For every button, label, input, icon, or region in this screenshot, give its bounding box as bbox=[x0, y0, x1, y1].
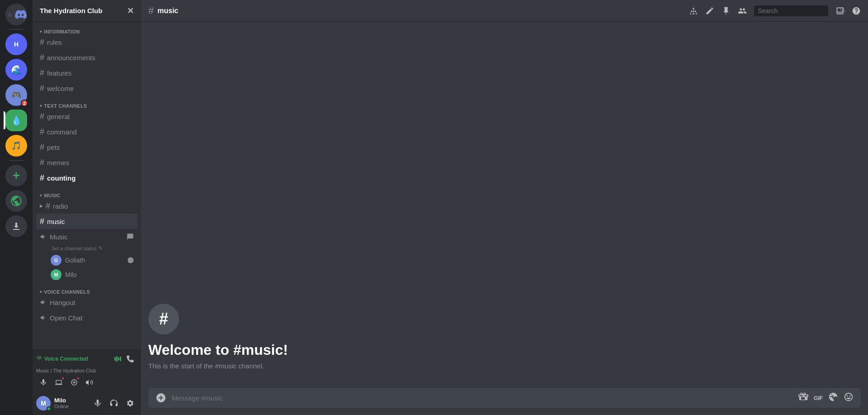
chat-area: # Welcome to #music! This is the start o… bbox=[141, 22, 868, 415]
message-attach-button[interactable] bbox=[156, 392, 166, 403]
message-input-area: GIF bbox=[141, 388, 868, 415]
voice-mute-button[interactable] bbox=[36, 375, 51, 390]
message-text-input[interactable] bbox=[172, 394, 793, 402]
channel-name-memes: memes bbox=[47, 159, 134, 167]
channel-hangout[interactable]: Hangout bbox=[36, 295, 137, 310]
category-information: ▾ INFORMATION # rules # announcements # … bbox=[36, 29, 137, 96]
music-channel-status[interactable]: Set a channel status ✎ bbox=[36, 244, 137, 253]
category-music-label[interactable]: ▾ MUSIC bbox=[36, 193, 137, 198]
activities-notif-dot bbox=[77, 377, 80, 380]
channel-features[interactable]: # features bbox=[36, 65, 137, 81]
category-arrow-text: ▾ bbox=[40, 104, 42, 108]
hash-icon-welcome: # bbox=[40, 84, 44, 93]
sticker-icon[interactable] bbox=[828, 392, 838, 404]
channel-music[interactable]: # music bbox=[36, 214, 137, 229]
server-list: ⌂ H 🌊 🎮 2 💧 🎵 + bbox=[0, 0, 33, 415]
voice-activities-button[interactable] bbox=[67, 375, 81, 390]
category-music: ▾ MUSIC ▶ # radio # music Music bbox=[36, 193, 137, 282]
category-voice-label[interactable]: ▾ VOICE CHANNELS bbox=[36, 289, 137, 295]
user-controls bbox=[90, 396, 137, 410]
mic-toggle-button[interactable] bbox=[90, 396, 105, 410]
server-icon-1[interactable]: H bbox=[5, 33, 27, 55]
voice-user-goliath[interactable]: G Goliath bbox=[36, 253, 137, 267]
server-icon-5[interactable]: 🎵 bbox=[5, 135, 27, 157]
hash-icon-features: # bbox=[40, 68, 44, 78]
server-divider bbox=[9, 29, 24, 30]
channel-open-chat[interactable]: Open Chat bbox=[36, 310, 137, 325]
milo-avatar: M bbox=[51, 269, 61, 280]
hash-icon-announcements: # bbox=[40, 53, 44, 62]
search-input[interactable] bbox=[758, 7, 837, 14]
channel-name-counting: counting bbox=[47, 174, 134, 182]
hash-icon-counting: # bbox=[40, 173, 44, 183]
channel-radio[interactable]: ▶ # radio bbox=[36, 198, 137, 214]
category-text-label[interactable]: ▾ TEXT CHANNELS bbox=[36, 103, 137, 109]
user-settings-button[interactable] bbox=[123, 396, 137, 410]
pin-icon[interactable] bbox=[722, 6, 731, 15]
gif-icon[interactable]: GIF bbox=[814, 395, 823, 401]
hash-icon-pets: # bbox=[40, 143, 44, 152]
chat-messages: # Welcome to #music! This is the start o… bbox=[141, 22, 868, 388]
channel-pets[interactable]: # pets bbox=[36, 139, 137, 155]
voice-connected-bar: Voice Connected Music / The Hydration C bbox=[33, 349, 141, 391]
pencil-icon[interactable] bbox=[705, 6, 714, 15]
channel-intro: # Welcome to #music! This is the start o… bbox=[148, 296, 861, 381]
user-info: Milo Online bbox=[54, 397, 87, 410]
boost-icon[interactable] bbox=[689, 6, 698, 15]
online-status-dot bbox=[47, 406, 51, 411]
server-icon-2[interactable]: 🌊 bbox=[5, 59, 27, 81]
server-icon-3[interactable]: 🎮 2 bbox=[5, 84, 27, 106]
svg-text:⌂: ⌂ bbox=[8, 11, 12, 18]
voice-screen-share-button[interactable] bbox=[52, 375, 66, 390]
voice-user-milo[interactable]: M Milo bbox=[36, 267, 137, 282]
channel-intro-desc: This is the start of the #music channel. bbox=[148, 362, 861, 370]
screen-share-notif-dot bbox=[61, 377, 64, 380]
category-arrow-music: ▾ bbox=[40, 193, 42, 198]
voice-disconnect-button[interactable] bbox=[123, 352, 137, 366]
add-server-button[interactable]: + bbox=[5, 165, 27, 186]
channel-name-rules: rules bbox=[47, 38, 134, 46]
channel-welcome[interactable]: # welcome bbox=[36, 81, 137, 96]
channel-announcements[interactable]: # announcements bbox=[36, 50, 137, 65]
hash-icon-memes: # bbox=[40, 158, 44, 167]
channel-intro-hash-symbol: # bbox=[159, 310, 168, 329]
explore-servers-button[interactable] bbox=[5, 190, 27, 212]
message-input-actions: GIF bbox=[798, 392, 854, 404]
voice-channel-path: Music / The Hydration Club bbox=[36, 368, 137, 373]
download-apps-button[interactable] bbox=[5, 215, 27, 237]
channel-rules[interactable]: # rules bbox=[36, 34, 137, 50]
members-icon[interactable] bbox=[738, 6, 747, 15]
channel-name-features: features bbox=[47, 69, 134, 77]
top-bar-channel-name: music bbox=[157, 7, 178, 15]
user-display-name: Milo bbox=[54, 397, 87, 404]
hash-icon-command: # bbox=[40, 127, 44, 137]
server-icon-active[interactable]: 💧 bbox=[5, 110, 27, 131]
channel-sidebar: The Hydration Club ✕ ▾ INFORMATION # rul… bbox=[33, 0, 141, 415]
search-bar[interactable] bbox=[754, 5, 828, 16]
hash-icon-general: # bbox=[40, 112, 44, 121]
emoji-icon[interactable] bbox=[844, 392, 854, 404]
top-bar-icons bbox=[689, 5, 861, 16]
channel-memes[interactable]: # memes bbox=[36, 155, 137, 170]
channel-counting[interactable]: # counting bbox=[36, 170, 137, 186]
top-bar-channel: # music bbox=[148, 5, 179, 17]
goliath-headphone-icon bbox=[127, 257, 134, 263]
user-area: M Milo Online bbox=[33, 391, 141, 415]
user-status-text: Online bbox=[54, 404, 87, 410]
category-voice-channels: ▾ VOICE CHANNELS Hangout Open Chat bbox=[36, 289, 137, 325]
server-divider-2 bbox=[9, 160, 24, 161]
headphone-toggle-button[interactable] bbox=[107, 396, 121, 410]
inbox-icon[interactable] bbox=[835, 6, 844, 15]
help-icon[interactable] bbox=[852, 6, 861, 15]
gift-icon[interactable] bbox=[798, 392, 808, 404]
channel-command[interactable]: # command bbox=[36, 124, 137, 139]
discord-home-button[interactable]: ⌂ bbox=[5, 4, 27, 25]
server-name-header[interactable]: The Hydration Club ✕ bbox=[33, 0, 141, 22]
dropdown-icon: ✕ bbox=[127, 6, 134, 16]
category-information-label[interactable]: ▾ INFORMATION bbox=[36, 29, 137, 34]
speaker-icon-hangout bbox=[40, 299, 47, 306]
category-arrow-information: ▾ bbox=[40, 29, 42, 34]
voice-channel-music[interactable]: Music bbox=[36, 229, 137, 244]
voice-sound-button[interactable] bbox=[82, 375, 97, 390]
channel-general[interactable]: # general bbox=[36, 109, 137, 124]
